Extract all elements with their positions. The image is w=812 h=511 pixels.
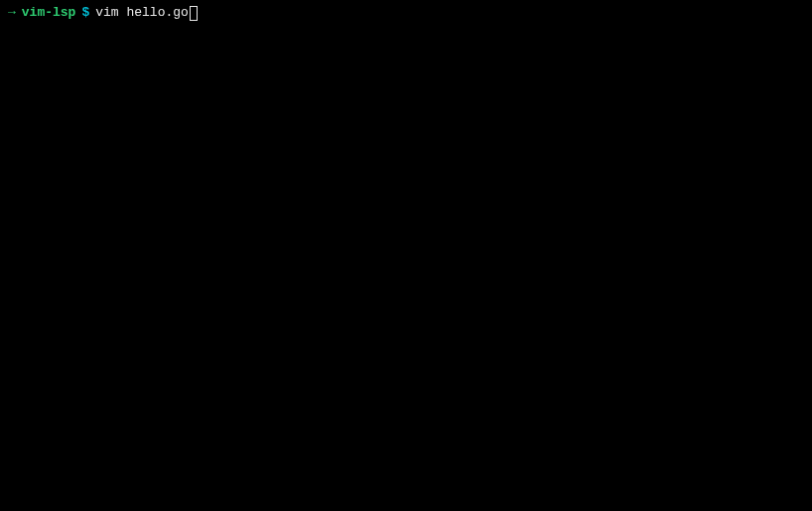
- prompt-line: → vim-lsp $ vim hello.go: [8, 4, 804, 22]
- terminal-window[interactable]: → vim-lsp $ vim hello.go: [0, 0, 812, 511]
- prompt-directory: vim-lsp: [22, 4, 76, 22]
- command-input[interactable]: vim hello.go: [95, 4, 189, 22]
- prompt-symbol: $: [81, 4, 89, 22]
- prompt-arrow-icon: →: [8, 4, 16, 22]
- cursor-icon: [190, 6, 198, 21]
